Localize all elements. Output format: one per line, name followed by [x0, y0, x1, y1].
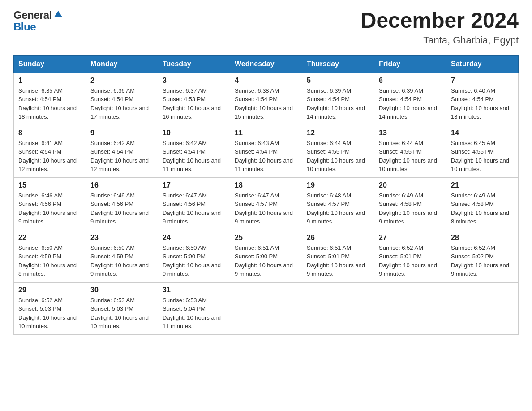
day-info: Sunrise: 6:36 AMSunset: 4:54 PMDaylight:…: [90, 86, 153, 121]
day-info: Sunrise: 6:47 AMSunset: 4:57 PMDaylight:…: [235, 191, 297, 226]
day-number: 11: [235, 129, 297, 137]
calendar-cell: 22Sunrise: 6:50 AMSunset: 4:59 PMDayligh…: [14, 230, 86, 282]
calendar-cell: 17Sunrise: 6:47 AMSunset: 4:56 PMDayligh…: [158, 177, 230, 230]
day-number: 5: [307, 77, 369, 85]
day-info: Sunrise: 6:45 AMSunset: 4:55 PMDaylight:…: [451, 139, 514, 174]
day-number: 13: [379, 129, 442, 137]
calendar-cell: 24Sunrise: 6:50 AMSunset: 5:00 PMDayligh…: [158, 230, 230, 282]
day-number: 24: [163, 234, 225, 242]
weekday-header: Friday: [374, 55, 446, 73]
day-number: 1: [18, 77, 81, 85]
day-number: 18: [235, 181, 297, 189]
weekday-header: Saturday: [446, 55, 519, 73]
calendar-cell: [446, 282, 519, 334]
day-info: Sunrise: 6:49 AMSunset: 4:58 PMDaylight:…: [379, 191, 442, 226]
calendar-cell: 4Sunrise: 6:38 AMSunset: 4:54 PMDaylight…: [230, 73, 302, 125]
calendar-cell: 28Sunrise: 6:52 AMSunset: 5:02 PMDayligh…: [446, 230, 519, 282]
logo: General Blue: [13, 9, 63, 32]
calendar-cell: 20Sunrise: 6:49 AMSunset: 4:58 PMDayligh…: [374, 177, 446, 230]
day-number: 28: [451, 234, 514, 242]
calendar-cell: 2Sunrise: 6:36 AMSunset: 4:54 PMDaylight…: [86, 73, 158, 125]
calendar-cell: 11Sunrise: 6:43 AMSunset: 4:54 PMDayligh…: [230, 125, 302, 177]
page-header: General Blue December 2024 Tanta, Gharbi…: [13, 9, 519, 46]
calendar-cell: [230, 282, 302, 334]
day-number: 7: [451, 77, 514, 85]
calendar-cell: 25Sunrise: 6:51 AMSunset: 5:00 PMDayligh…: [230, 230, 302, 282]
day-info: Sunrise: 6:51 AMSunset: 5:00 PMDaylight:…: [235, 244, 297, 278]
day-number: 20: [379, 181, 442, 189]
calendar-cell: 16Sunrise: 6:46 AMSunset: 4:56 PMDayligh…: [86, 177, 158, 230]
day-info: Sunrise: 6:37 AMSunset: 4:53 PMDaylight:…: [163, 86, 225, 121]
calendar-week-row: 8Sunrise: 6:41 AMSunset: 4:54 PMDaylight…: [14, 125, 519, 177]
day-number: 9: [90, 129, 153, 137]
day-number: 3: [163, 77, 225, 85]
day-number: 26: [307, 234, 369, 242]
calendar-cell: 9Sunrise: 6:42 AMSunset: 4:54 PMDaylight…: [86, 125, 158, 177]
calendar-cell: 19Sunrise: 6:48 AMSunset: 4:57 PMDayligh…: [302, 177, 374, 230]
day-number: 4: [235, 77, 297, 85]
calendar-cell: 7Sunrise: 6:40 AMSunset: 4:54 PMDaylight…: [446, 73, 519, 125]
svg-marker-0: [54, 11, 62, 17]
day-number: 25: [235, 234, 297, 242]
calendar-cell: [302, 282, 374, 334]
day-info: Sunrise: 6:47 AMSunset: 4:56 PMDaylight:…: [163, 191, 225, 226]
day-number: 15: [18, 181, 81, 189]
calendar-cell: [374, 282, 446, 334]
weekday-header: Tuesday: [158, 55, 230, 73]
day-number: 19: [307, 181, 369, 189]
calendar-cell: 14Sunrise: 6:45 AMSunset: 4:55 PMDayligh…: [446, 125, 519, 177]
calendar-cell: 13Sunrise: 6:44 AMSunset: 4:55 PMDayligh…: [374, 125, 446, 177]
day-info: Sunrise: 6:51 AMSunset: 5:01 PMDaylight:…: [307, 244, 369, 278]
day-info: Sunrise: 6:44 AMSunset: 4:55 PMDaylight:…: [307, 139, 369, 174]
logo-general-text: General: [13, 9, 52, 21]
day-info: Sunrise: 6:35 AMSunset: 4:54 PMDaylight:…: [18, 86, 81, 121]
day-number: 2: [90, 77, 153, 85]
day-info: Sunrise: 6:50 AMSunset: 4:59 PMDaylight:…: [18, 244, 81, 278]
day-info: Sunrise: 6:46 AMSunset: 4:56 PMDaylight:…: [18, 191, 81, 226]
day-info: Sunrise: 6:39 AMSunset: 4:54 PMDaylight:…: [307, 86, 369, 121]
calendar-cell: 5Sunrise: 6:39 AMSunset: 4:54 PMDaylight…: [302, 73, 374, 125]
logo-arrow-icon: [53, 9, 63, 21]
day-info: Sunrise: 6:38 AMSunset: 4:54 PMDaylight:…: [235, 86, 297, 121]
day-info: Sunrise: 6:49 AMSunset: 4:58 PMDaylight:…: [451, 191, 514, 226]
calendar-table: SundayMondayTuesdayWednesdayThursdayFrid…: [13, 55, 519, 335]
day-number: 27: [379, 234, 442, 242]
calendar-cell: 18Sunrise: 6:47 AMSunset: 4:57 PMDayligh…: [230, 177, 302, 230]
day-number: 29: [18, 286, 81, 294]
day-info: Sunrise: 6:50 AMSunset: 5:00 PMDaylight:…: [163, 244, 225, 278]
calendar-cell: 12Sunrise: 6:44 AMSunset: 4:55 PMDayligh…: [302, 125, 374, 177]
calendar-week-row: 1Sunrise: 6:35 AMSunset: 4:54 PMDaylight…: [14, 73, 519, 125]
day-number: 10: [163, 129, 225, 137]
month-title: December 2024: [361, 9, 519, 33]
calendar-week-row: 22Sunrise: 6:50 AMSunset: 4:59 PMDayligh…: [14, 230, 519, 282]
calendar-cell: 21Sunrise: 6:49 AMSunset: 4:58 PMDayligh…: [446, 177, 519, 230]
day-info: Sunrise: 6:52 AMSunset: 5:02 PMDaylight:…: [451, 244, 514, 278]
calendar-cell: 27Sunrise: 6:52 AMSunset: 5:01 PMDayligh…: [374, 230, 446, 282]
day-number: 31: [163, 286, 225, 294]
day-number: 23: [90, 234, 153, 242]
calendar-cell: 29Sunrise: 6:52 AMSunset: 5:03 PMDayligh…: [14, 282, 86, 334]
day-info: Sunrise: 6:53 AMSunset: 5:04 PMDaylight:…: [163, 296, 225, 331]
calendar-header-row: SundayMondayTuesdayWednesdayThursdayFrid…: [14, 55, 519, 73]
day-info: Sunrise: 6:53 AMSunset: 5:03 PMDaylight:…: [90, 296, 153, 331]
day-number: 16: [90, 181, 153, 189]
calendar-cell: 15Sunrise: 6:46 AMSunset: 4:56 PMDayligh…: [14, 177, 86, 230]
day-info: Sunrise: 6:40 AMSunset: 4:54 PMDaylight:…: [451, 86, 514, 121]
day-number: 6: [379, 77, 442, 85]
calendar-cell: 26Sunrise: 6:51 AMSunset: 5:01 PMDayligh…: [302, 230, 374, 282]
calendar-cell: 3Sunrise: 6:37 AMSunset: 4:53 PMDaylight…: [158, 73, 230, 125]
day-info: Sunrise: 6:52 AMSunset: 5:03 PMDaylight:…: [18, 296, 81, 331]
calendar-cell: 6Sunrise: 6:39 AMSunset: 4:54 PMDaylight…: [374, 73, 446, 125]
weekday-header: Thursday: [302, 55, 374, 73]
calendar-week-row: 29Sunrise: 6:52 AMSunset: 5:03 PMDayligh…: [14, 282, 519, 334]
weekday-header: Sunday: [14, 55, 86, 73]
day-number: 22: [18, 234, 81, 242]
calendar-cell: 30Sunrise: 6:53 AMSunset: 5:03 PMDayligh…: [86, 282, 158, 334]
day-number: 30: [90, 286, 153, 294]
location-subtitle: Tanta, Gharbia, Egypt: [361, 34, 519, 46]
day-info: Sunrise: 6:39 AMSunset: 4:54 PMDaylight:…: [379, 86, 442, 121]
calendar-cell: 31Sunrise: 6:53 AMSunset: 5:04 PMDayligh…: [158, 282, 230, 334]
day-number: 17: [163, 181, 225, 189]
day-info: Sunrise: 6:42 AMSunset: 4:54 PMDaylight:…: [90, 139, 153, 174]
calendar-cell: 10Sunrise: 6:42 AMSunset: 4:54 PMDayligh…: [158, 125, 230, 177]
